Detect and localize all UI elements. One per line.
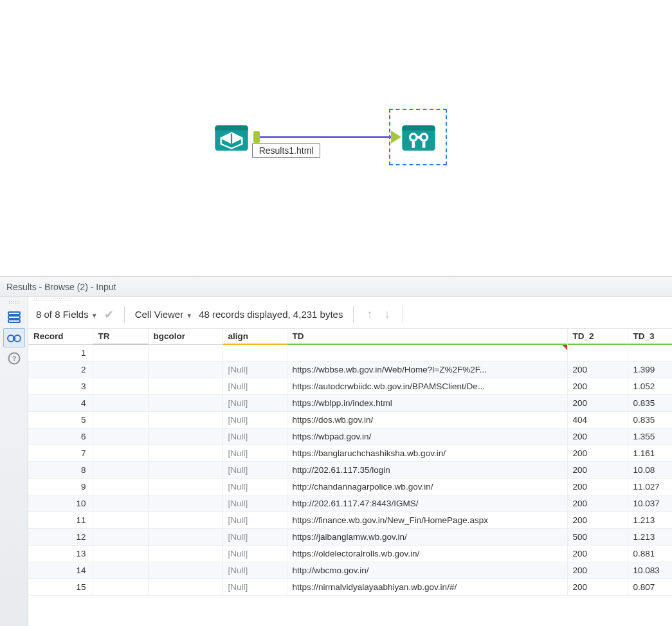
cell[interactable]: 200 <box>567 445 628 461</box>
cell[interactable]: 1.355 <box>628 428 672 445</box>
col-bgcolor[interactable]: bgcolor <box>148 329 222 344</box>
cell[interactable]: https://jaibanglamw.wb.gov.in/ <box>287 528 567 545</box>
cell[interactable] <box>93 528 148 545</box>
cell[interactable]: 500 <box>567 528 628 545</box>
cell[interactable]: 200 <box>567 428 628 445</box>
cell[interactable]: [Null] <box>222 545 287 562</box>
table-row[interactable]: 13[Null]https://oldelectoralrolls.wb.gov… <box>28 545 672 562</box>
cell[interactable]: 200 <box>567 378 628 394</box>
table-row[interactable]: 1 <box>28 344 672 361</box>
cell[interactable]: https://wbbse.wb.gov.in/Web/Home?l=Z%2F%… <box>287 361 567 378</box>
workflow-canvas[interactable]: Results1.html <box>0 0 672 277</box>
cell[interactable] <box>93 495 148 511</box>
cell[interactable] <box>222 344 287 361</box>
col-td2[interactable]: TD_2 <box>567 329 628 344</box>
cell[interactable]: [Null] <box>222 445 287 461</box>
cell[interactable]: 10.083 <box>628 562 672 578</box>
cell[interactable] <box>148 495 222 511</box>
cell[interactable]: 10.037 <box>628 495 672 511</box>
cell[interactable]: 11 <box>28 511 93 528</box>
table-row[interactable]: 10[Null]http://202.61.117.47:8443/IGMS/2… <box>28 495 672 511</box>
cell[interactable]: https://autodcrwbiidc.wb.gov.in/BPAMSCli… <box>287 378 567 394</box>
table-row[interactable]: 14[Null]http://wbcmo.gov.in/20010.083 <box>28 562 672 578</box>
cell[interactable] <box>93 461 148 478</box>
node-output-anchor[interactable] <box>253 131 260 143</box>
cell[interactable]: 14 <box>28 562 93 578</box>
rail-grip[interactable] <box>8 300 20 304</box>
cell[interactable] <box>148 428 222 445</box>
cell[interactable]: 4 <box>28 394 93 411</box>
cell[interactable]: [Null] <box>222 528 287 545</box>
cell[interactable]: https://banglaruchchashiksha.wb.gov.in/ <box>287 445 567 461</box>
table-row[interactable]: 4[Null]https://wblpp.in/index.html2000.8… <box>28 394 672 411</box>
cell[interactable]: https://wbpad.gov.in/ <box>287 428 567 445</box>
cell[interactable]: 404 <box>567 411 628 428</box>
cell[interactable]: https://oldelectoralrolls.wb.gov.in/ <box>287 545 567 562</box>
cell[interactable]: 9 <box>28 478 93 495</box>
nav-down-button[interactable]: ↓ <box>381 308 392 321</box>
cell[interactable]: [Null] <box>222 478 287 495</box>
header-row[interactable]: Record TR bgcolor align TD TD_2 TD_3 <box>28 329 672 344</box>
cell[interactable]: 1 <box>28 344 93 361</box>
cell[interactable]: 1.213 <box>628 511 672 528</box>
cell[interactable] <box>93 478 148 495</box>
cell[interactable]: 0.835 <box>628 411 672 428</box>
cell[interactable] <box>148 394 222 411</box>
cell[interactable] <box>148 411 222 428</box>
cell[interactable] <box>93 511 148 528</box>
cell[interactable]: [Null] <box>222 495 287 511</box>
cell[interactable]: 8 <box>28 461 93 478</box>
cell[interactable]: 1.213 <box>628 528 672 545</box>
cell[interactable] <box>148 528 222 545</box>
table-row[interactable]: 12[Null]https://jaibanglamw.wb.gov.in/50… <box>28 528 672 545</box>
cell[interactable]: [Null] <box>222 361 287 378</box>
rail-table-view-button[interactable] <box>3 308 25 327</box>
cell[interactable]: 0.835 <box>628 394 672 411</box>
cell[interactable]: 1.052 <box>628 378 672 394</box>
cell[interactable]: 200 <box>567 545 628 562</box>
cell[interactable]: [Null] <box>222 562 287 578</box>
cell[interactable] <box>93 378 148 394</box>
table-row[interactable]: 2[Null]https://wbbse.wb.gov.in/Web/Home?… <box>28 361 672 378</box>
table-row[interactable]: 3[Null]https://autodcrwbiidc.wb.gov.in/B… <box>28 378 672 394</box>
cell[interactable] <box>93 578 148 595</box>
cell[interactable]: 3 <box>28 378 93 394</box>
cell[interactable] <box>148 344 222 361</box>
cell[interactable] <box>93 394 148 411</box>
table-row[interactable]: 15[Null]https://nirmalvidyalayaabhiyan.w… <box>28 578 672 595</box>
cell[interactable]: [Null] <box>222 578 287 595</box>
cell[interactable] <box>148 445 222 461</box>
table-row[interactable]: 8[Null]http://202.61.117.35/login20010.0… <box>28 461 672 478</box>
cell[interactable]: [Null] <box>222 394 287 411</box>
rail-help-button[interactable]: ? <box>3 349 25 368</box>
fields-dropdown[interactable]: 8 of 8 Fields▼ <box>36 309 98 320</box>
cell[interactable]: 0.807 <box>628 578 672 595</box>
cell[interactable]: http://chandannagarpolice.wb.gov.in/ <box>287 478 567 495</box>
cell[interactable]: 200 <box>567 361 628 378</box>
cell[interactable]: http://202.61.117.35/login <box>287 461 567 478</box>
col-td3[interactable]: TD_3 <box>628 329 672 344</box>
cell[interactable]: 1.399 <box>628 361 672 378</box>
cell[interactable]: 6 <box>28 428 93 445</box>
cell[interactable]: 200 <box>567 495 628 511</box>
cell[interactable] <box>148 378 222 394</box>
cell[interactable]: 200 <box>567 562 628 578</box>
cell[interactable] <box>148 545 222 562</box>
cell[interactable]: 200 <box>567 478 628 495</box>
nav-up-button[interactable]: ↑ <box>364 308 375 321</box>
cell[interactable] <box>93 428 148 445</box>
cell[interactable] <box>93 545 148 562</box>
cell[interactable]: https://dos.wb.gov.in/ <box>287 411 567 428</box>
cell[interactable]: [Null] <box>222 378 287 394</box>
cell[interactable]: 11.027 <box>628 478 672 495</box>
cell[interactable]: 10 <box>28 495 93 511</box>
cell[interactable] <box>148 361 222 378</box>
col-record[interactable]: Record <box>28 329 93 344</box>
connector[interactable] <box>260 136 392 138</box>
table-row[interactable]: 11[Null]https://finance.wb.gov.in/New_Fi… <box>28 511 672 528</box>
cell[interactable]: 7 <box>28 445 93 461</box>
cell[interactable]: 200 <box>567 578 628 595</box>
table-row[interactable]: 5[Null]https://dos.wb.gov.in/4040.835 <box>28 411 672 428</box>
browse-tool-node[interactable] <box>401 118 437 156</box>
cell[interactable]: https://nirmalvidyalayaabhiyan.wb.gov.in… <box>287 578 567 595</box>
